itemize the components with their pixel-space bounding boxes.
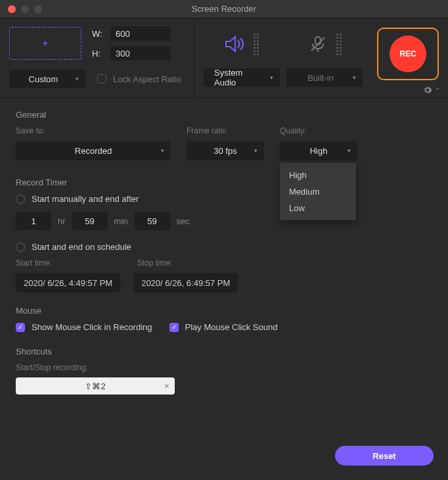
record-timer-heading: Record Timer (16, 178, 432, 187)
frame-rate-value: 30 fps (213, 146, 236, 156)
frame-rate-label: Frame rate: (187, 126, 264, 135)
quality-select[interactable]: High High Medium Low (280, 141, 357, 160)
gear-icon[interactable] (423, 85, 432, 95)
show-mouse-click-label: Show Mouse Click in Recording (32, 322, 152, 332)
reset-label: Reset (372, 451, 395, 461)
quality-option-medium[interactable]: Medium (280, 183, 356, 200)
record-button-frame: REC (377, 28, 439, 80)
stop-time-field[interactable]: 2020/ 6/26, 6:49:57 PM (133, 273, 238, 293)
mic-value: Built-in (307, 73, 334, 83)
timer-manual-radio[interactable] (16, 195, 25, 204)
save-to-label: Save to: (16, 126, 171, 135)
play-mouse-sound-label: Play Mouse Click Sound (185, 322, 278, 332)
mic-select[interactable]: Built-in (286, 68, 363, 87)
microphone-muted-icon[interactable] (307, 35, 328, 53)
height-input[interactable] (110, 46, 171, 60)
window-title: Screen Recorder (0, 4, 448, 14)
quality-option-low[interactable]: Low (280, 200, 356, 216)
chevron-up-icon[interactable]: ⌃ (435, 87, 440, 94)
quality-value: High (310, 146, 328, 156)
save-to-select[interactable]: Recorded (16, 141, 171, 160)
shortcuts-heading: Shortcuts (16, 347, 432, 356)
timer-seconds-input[interactable] (135, 212, 170, 230)
width-label: W: (92, 29, 105, 39)
chevron-down-icon (347, 147, 351, 154)
save-to-value: Recorded (75, 146, 112, 156)
capture-region-picker[interactable]: + (9, 27, 81, 60)
timer-manual-label: Start manually and end after (32, 194, 139, 204)
capture-toolbar: + W: H: Custom Lock Aspect Ratio (0, 18, 448, 98)
maximize-window-button[interactable] (34, 5, 42, 13)
capture-mode-value: Custom (29, 74, 58, 84)
timer-schedule-radio[interactable] (16, 243, 25, 252)
start-time-label: Start time: (16, 258, 52, 268)
general-heading: General (16, 110, 432, 120)
settings-panel: General Save to: Recorded Frame rate: 30… (0, 98, 448, 395)
plus-icon: + (42, 37, 48, 49)
lock-aspect-checkbox[interactable] (97, 74, 106, 84)
chevron-down-icon (76, 76, 79, 82)
minimize-window-button[interactable] (21, 5, 29, 13)
timer-hours-input[interactable] (16, 212, 51, 230)
shortcut-start-stop-label: Start/Stop recording: (16, 363, 432, 372)
shortcut-start-stop-input[interactable]: ⇧⌘2 × (16, 377, 175, 395)
shortcut-value: ⇧⌘2 (85, 381, 105, 391)
titlebar: Screen Recorder (0, 0, 448, 18)
start-time-field[interactable]: 2020/ 6/26, 4:49:57 PM (16, 273, 120, 293)
chevron-down-icon (161, 147, 164, 154)
close-window-button[interactable] (8, 5, 16, 13)
play-mouse-sound-checkbox[interactable] (169, 323, 179, 332)
lock-aspect-label: Lock Aspect Ratio (113, 74, 181, 84)
quality-option-high[interactable]: High (280, 167, 356, 183)
capture-mode-select[interactable]: Custom (9, 70, 85, 88)
quality-label: Quality: (280, 126, 357, 135)
record-button[interactable]: REC (390, 36, 426, 72)
chevron-down-icon (270, 74, 273, 81)
hours-unit: hr (58, 216, 66, 226)
chevron-down-icon (254, 147, 258, 154)
capture-region-panel: + W: H: Custom Lock Aspect Ratio (0, 18, 194, 97)
reset-button[interactable]: Reset (335, 446, 434, 466)
height-label: H: (92, 49, 105, 59)
chevron-down-icon (353, 74, 356, 81)
mouse-heading: Mouse (16, 306, 432, 316)
system-audio-level-meter (254, 34, 259, 55)
seconds-unit: sec (177, 216, 190, 226)
width-input[interactable] (110, 26, 171, 41)
clear-shortcut-button[interactable]: × (164, 381, 169, 391)
stop-time-label: Stop time: (137, 258, 173, 268)
frame-rate-select[interactable]: 30 fps (187, 141, 264, 160)
timer-schedule-label: Start and end on schedule (32, 242, 131, 252)
show-mouse-click-checkbox[interactable] (16, 323, 25, 332)
system-audio-select[interactable]: System Audio (204, 68, 280, 87)
record-label: REC (399, 49, 416, 59)
minutes-unit: min (114, 216, 128, 226)
speaker-icon[interactable] (225, 35, 246, 53)
system-audio-value: System Audio (214, 68, 261, 87)
window-controls (8, 5, 42, 13)
timer-minutes-input[interactable] (72, 212, 108, 230)
mic-level-meter (336, 34, 342, 55)
quality-options-popup: High Medium Low (280, 163, 356, 220)
audio-panel: System Audio Built-in (194, 18, 448, 97)
